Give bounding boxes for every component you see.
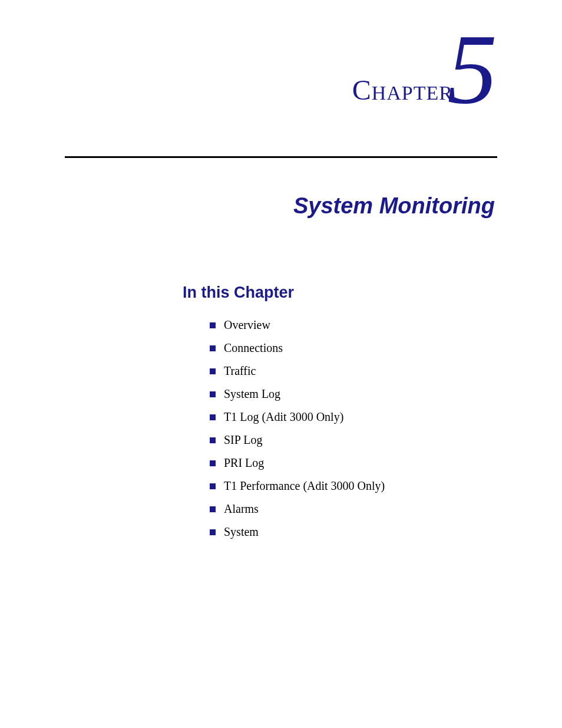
- square-bullet-icon: [210, 345, 216, 351]
- chapter-header: Chapter 5: [65, 47, 497, 147]
- horizontal-divider: [65, 156, 497, 158]
- toc-item[interactable]: SIP Log: [210, 433, 497, 447]
- toc-item[interactable]: System: [210, 525, 497, 539]
- toc-list: Overview Connections Traffic System Log …: [210, 318, 497, 539]
- toc-item-label: Overview: [224, 318, 270, 332]
- toc-item-label: T1 Performance (Adit 3000 Only): [224, 479, 385, 493]
- toc-item[interactable]: Alarms: [210, 502, 497, 516]
- toc-item-label: System Log: [224, 387, 280, 401]
- toc-item-label: Traffic: [224, 364, 256, 378]
- square-bullet-icon: [210, 483, 216, 489]
- square-bullet-icon: [210, 460, 216, 466]
- square-bullet-icon: [210, 391, 216, 397]
- toc-item[interactable]: System Log: [210, 387, 497, 401]
- chapter-number: 5: [447, 19, 497, 119]
- toc-item[interactable]: Connections: [210, 341, 497, 355]
- toc-item-label: Alarms: [224, 502, 259, 516]
- toc-item[interactable]: Traffic: [210, 364, 497, 378]
- square-bullet-icon: [210, 322, 216, 328]
- toc-item[interactable]: T1 Log (Adit 3000 Only): [210, 410, 497, 424]
- toc-item-label: Connections: [224, 341, 283, 355]
- section-heading: In this Chapter: [183, 284, 497, 302]
- toc-item[interactable]: PRI Log: [210, 456, 497, 470]
- chapter-label: Chapter: [352, 74, 453, 106]
- toc-item-label: System: [224, 525, 259, 539]
- toc-item[interactable]: Overview: [210, 318, 497, 332]
- chapter-title: System Monitoring: [65, 193, 495, 219]
- page-container: Chapter 5 System Monitoring In this Chap…: [0, 0, 562, 539]
- square-bullet-icon: [210, 414, 216, 420]
- square-bullet-icon: [210, 506, 216, 512]
- toc-item-label: PRI Log: [224, 456, 264, 470]
- square-bullet-icon: [210, 368, 216, 374]
- toc-item-label: T1 Log (Adit 3000 Only): [224, 410, 343, 424]
- toc-item[interactable]: T1 Performance (Adit 3000 Only): [210, 479, 497, 493]
- square-bullet-icon: [210, 437, 216, 443]
- square-bullet-icon: [210, 529, 216, 535]
- toc-item-label: SIP Log: [224, 433, 262, 447]
